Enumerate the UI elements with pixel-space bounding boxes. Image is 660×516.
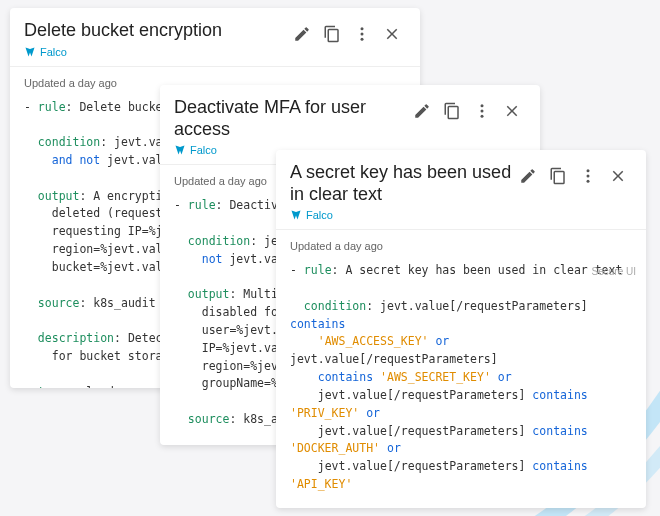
close-icon [609,167,627,185]
svg-point-2 [361,38,364,41]
copy-button[interactable] [438,97,466,125]
card-header: A secret key has been used in clear text… [276,150,646,230]
svg-point-0 [361,27,364,30]
close-button[interactable] [378,20,406,48]
close-icon [503,102,521,120]
close-button[interactable] [498,97,526,125]
rule-code: - rule: A secret key has been used in cl… [276,258,646,508]
pencil-icon [519,167,537,185]
svg-point-6 [587,169,590,172]
card-actions [514,162,632,190]
close-button[interactable] [604,162,632,190]
pencil-icon [293,25,311,43]
svg-point-3 [481,104,484,107]
svg-point-8 [587,180,590,183]
close-icon [383,25,401,43]
card-header: Delete bucket encryption Falco [10,8,420,67]
copy-button[interactable] [318,20,346,48]
more-vertical-icon [353,25,371,43]
copy-button[interactable] [544,162,572,190]
copy-icon [323,25,341,43]
more-button[interactable] [348,20,376,48]
edit-button[interactable] [288,20,316,48]
source-label: Falco [290,209,514,221]
edit-button[interactable] [514,162,542,190]
card-actions [288,20,406,48]
card-actions [408,97,526,125]
updated-label: Updated a day ago [276,230,646,258]
pencil-icon [413,102,431,120]
svg-point-1 [361,33,364,36]
more-vertical-icon [473,102,491,120]
copy-icon [443,102,461,120]
svg-point-7 [587,175,590,178]
card-title: Delete bucket encryption [24,20,222,42]
card-title: Deactivate MFA for user access [174,97,408,140]
card-title: A secret key has been used in clear text [290,162,514,205]
more-button[interactable] [574,162,602,190]
svg-point-4 [481,110,484,113]
falco-icon [290,209,302,221]
copy-icon [549,167,567,185]
rule-card-secret-key-clear-text: A secret key has been used in clear text… [276,150,646,508]
source-label: Falco [24,46,222,58]
falco-icon [174,144,186,156]
more-vertical-icon [579,167,597,185]
falco-icon [24,46,36,58]
secure-ui-badge: Secure UI [592,264,636,280]
more-button[interactable] [468,97,496,125]
edit-button[interactable] [408,97,436,125]
svg-point-5 [481,115,484,118]
